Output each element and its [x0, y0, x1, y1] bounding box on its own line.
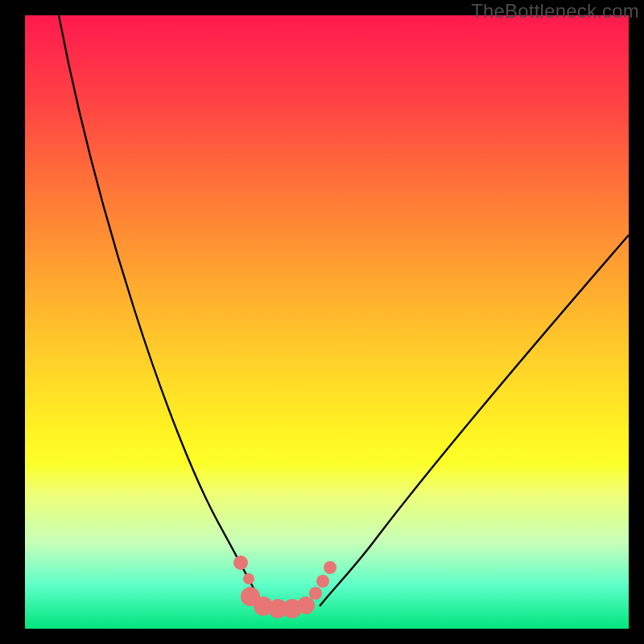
marker: [309, 587, 322, 600]
marker: [243, 573, 254, 584]
chart-svg: [25, 15, 629, 629]
marker: [233, 555, 248, 570]
marker: [316, 575, 329, 588]
marker: [297, 597, 315, 614]
marker-group: [233, 555, 336, 618]
chart-frame: TheBottleneck.com: [0, 0, 644, 644]
marker: [324, 561, 336, 574]
right-curve: [320, 235, 629, 606]
left-curve: [59, 15, 263, 607]
watermark-text: TheBottleneck.com: [471, 0, 639, 23]
plot-area: [25, 15, 629, 629]
